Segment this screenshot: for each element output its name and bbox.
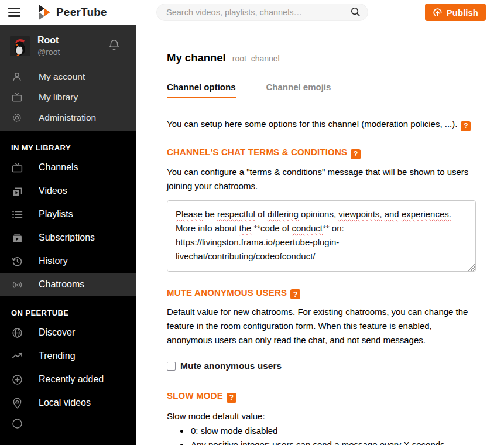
- user-name: Root: [37, 35, 60, 46]
- top-header: PeerTube Publish: [0, 0, 504, 25]
- tab-bar: Channel options Channel emojis: [167, 82, 476, 98]
- sidebar-item-discover[interactable]: Discover: [0, 321, 136, 344]
- sidebar-item-label: Trending: [39, 351, 76, 361]
- sidebar-item-recently-added[interactable]: Recently added: [0, 368, 136, 391]
- search-bar: [156, 4, 368, 21]
- user-handle: @root: [37, 47, 60, 57]
- help-icon[interactable]: ?: [351, 149, 361, 159]
- chatrooms-broadcast-icon: [11, 279, 23, 291]
- avatar[interactable]: [10, 36, 30, 56]
- sidebar-item-chatrooms[interactable]: Chatrooms: [0, 273, 136, 296]
- notifications-bell-icon[interactable]: [108, 38, 121, 54]
- bullet-item: 0: slow mode disabled: [190, 424, 476, 439]
- help-icon[interactable]: ?: [227, 393, 236, 403]
- sidebar-item-trending[interactable]: Trending: [0, 344, 136, 368]
- sidebar-item-label: My library: [39, 92, 78, 102]
- menu-toggle-button[interactable]: [0, 0, 28, 25]
- slow-mode-bullet-list: 0: slow mode disabled Any positive integ…: [190, 424, 476, 445]
- mute-anonymous-checkbox[interactable]: [167, 362, 176, 371]
- divider: [167, 74, 476, 74]
- sidebar-item-history[interactable]: History: [0, 249, 136, 273]
- playlist-icon: [11, 208, 23, 221]
- sidebar-item-label: Chatrooms: [39, 279, 84, 290]
- sidebar-item-label: Subscriptions: [39, 232, 95, 243]
- sidebar-item-local-videos[interactable]: Local videos: [0, 391, 136, 415]
- tab-channel-options[interactable]: Channel options: [167, 82, 236, 98]
- intro-text: You can setup here some options for this…: [167, 117, 476, 131]
- publish-label: Publish: [447, 8, 478, 18]
- sidebar-item-videos[interactable]: Videos: [0, 179, 136, 203]
- sidebar-item-label: Channels: [39, 162, 78, 173]
- help-icon[interactable]: ?: [290, 289, 300, 299]
- videos-icon: [11, 185, 23, 197]
- search-icon[interactable]: [350, 6, 361, 20]
- sidebar-item-label: History: [39, 256, 68, 266]
- hamburger-icon: [8, 5, 20, 19]
- mute-heading: MUTE ANONYMOUS USERS?: [167, 287, 476, 300]
- person-icon: [11, 71, 23, 83]
- history-clock-icon: [11, 255, 23, 268]
- gear-icon: [11, 112, 23, 124]
- section-title-on-peertube: ON PEERTUBE: [0, 296, 136, 321]
- subscriptions-icon: [11, 232, 23, 244]
- sidebar-item-my-account[interactable]: My account: [0, 66, 136, 87]
- sidebar-item-label: Local videos: [39, 398, 91, 408]
- search-input[interactable]: [156, 4, 368, 21]
- brand-title: PeerTube: [56, 6, 107, 19]
- terms-textarea[interactable]: Please be respectful of differing opinio…: [167, 200, 476, 272]
- peertube-logo-icon: [38, 5, 51, 20]
- sidebar-item-channels[interactable]: Channels: [0, 156, 136, 179]
- mute-checkbox-label[interactable]: Mute anonymous users: [180, 361, 282, 371]
- sidebar-item-administration[interactable]: Administration: [0, 107, 136, 128]
- sidebar-item-label: Recently added: [39, 374, 104, 385]
- user-row[interactable]: Root @root: [0, 25, 136, 66]
- peertube-logo[interactable]: PeerTube: [38, 5, 107, 20]
- slow-mode-heading: SLOW MODE?: [167, 391, 476, 403]
- page-head: My channel root_channel: [167, 52, 476, 64]
- page-title: My channel: [167, 52, 226, 64]
- terms-description: You can configure a "terms & conditions"…: [167, 165, 476, 193]
- trending-icon: [11, 350, 23, 362]
- channel-handle: root_channel: [232, 54, 280, 63]
- sidebar-item-label: Videos: [39, 186, 67, 196]
- plus-circle-icon: [11, 374, 23, 386]
- bullet-item: Any positive integer: users can send a m…: [190, 438, 476, 445]
- mute-checkbox-row: Mute anonymous users: [167, 361, 476, 371]
- main-content: My channel root_channel Channel options …: [136, 25, 504, 445]
- help-icon[interactable]: ?: [461, 121, 471, 131]
- slow-mode-intro: Slow mode default value:: [167, 409, 476, 423]
- sidebar-item-label: Discover: [39, 327, 75, 338]
- terms-heading: CHANNEL'S CHAT TERMS & CONDITIONS?: [167, 147, 476, 159]
- home-pin-icon: [11, 397, 23, 409]
- sidebar-item-subscriptions[interactable]: Subscriptions: [0, 226, 136, 249]
- sidebar-item-partial[interactable]: [0, 415, 136, 432]
- tab-channel-emojis[interactable]: Channel emojis: [266, 82, 331, 98]
- tv-icon: [11, 162, 23, 174]
- tv-icon: [11, 91, 23, 103]
- circle-icon: [11, 417, 23, 430]
- sidebar-user-panel: Root @root My account: [0, 25, 136, 131]
- upload-icon: [433, 8, 443, 18]
- sidebar-item-label: My account: [39, 71, 85, 82]
- section-title-in-my-library: IN MY LIBRARY: [0, 131, 136, 156]
- sidebar: Root @root My account: [0, 25, 136, 445]
- mute-description: Default value for new chatrooms. For exi…: [167, 305, 476, 347]
- sidebar-item-label: Administration: [39, 112, 96, 123]
- sidebar-item-playlists[interactable]: Playlists: [0, 203, 136, 226]
- sidebar-item-label: Playlists: [39, 209, 73, 220]
- globe-icon: [11, 327, 23, 339]
- sidebar-item-my-library[interactable]: My library: [0, 87, 136, 107]
- publish-button[interactable]: Publish: [425, 4, 486, 21]
